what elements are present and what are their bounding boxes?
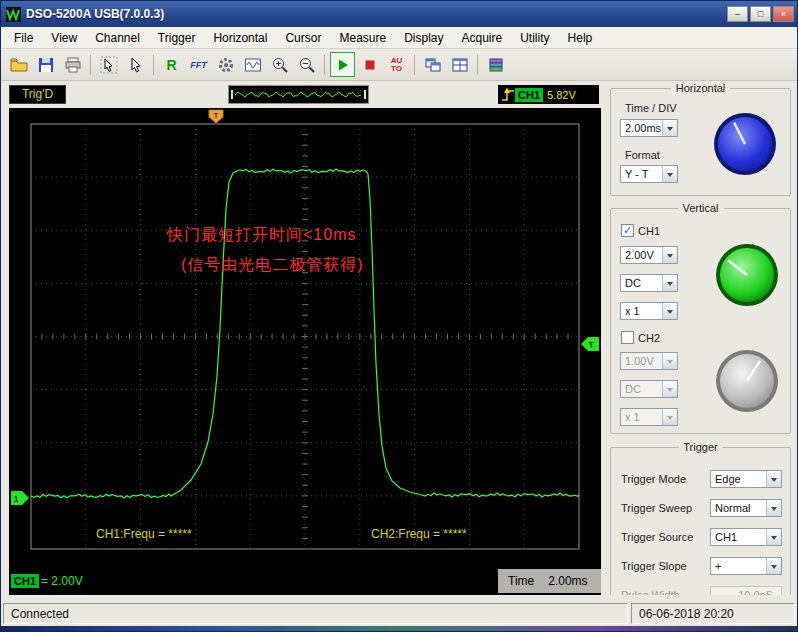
title-bar: DSO-5200A USB(7.0.0.3) – □ × [1, 1, 797, 27]
chevron-down-icon[interactable] [662, 353, 677, 369]
ch1-frequency-readout: CH1:Frequ = ***** [96, 527, 192, 541]
ch1-coupling-select[interactable]: DC [620, 274, 678, 292]
scope-readout-row: CH1 = 2.00V Time 2.00ms [9, 569, 601, 593]
connection-status: Connected [3, 603, 628, 624]
app-icon [6, 7, 21, 22]
chevron-down-icon[interactable] [662, 166, 677, 182]
letter-r-icon: R [166, 57, 176, 73]
trigger-level-readout: CH1 5.82V [498, 85, 599, 104]
trigger-group-title: Trigger [678, 441, 722, 453]
chevron-down-icon[interactable] [766, 558, 781, 574]
menu-view[interactable]: View [42, 28, 86, 48]
chevron-down-icon[interactable] [662, 247, 677, 263]
maximize-button[interactable]: □ [750, 6, 771, 22]
open-button[interactable] [6, 52, 31, 77]
trigger-level-value: 5.82V [547, 89, 576, 101]
menu-display[interactable]: Display [395, 28, 452, 48]
menu-acquire[interactable]: Acquire [453, 28, 512, 48]
time-div-select[interactable]: 2.00ms [620, 119, 678, 137]
print-button[interactable] [60, 52, 85, 77]
chevron-down-icon[interactable] [662, 120, 677, 136]
chevron-down-icon[interactable] [662, 275, 677, 291]
menu-trigger[interactable]: Trigger [149, 28, 205, 48]
menu-help[interactable]: Help [559, 28, 602, 48]
ch2-checkbox[interactable] [621, 331, 634, 344]
cursor-dashed-icon [100, 56, 118, 74]
ch1-position-knob[interactable] [714, 242, 780, 312]
ch2-probe-select[interactable]: x 1 [620, 408, 678, 426]
chevron-down-icon[interactable] [662, 409, 677, 425]
save-floppy-icon [37, 56, 55, 74]
menu-horizontal[interactable]: Horizontal [204, 28, 276, 48]
svg-text:T: T [588, 340, 594, 350]
chevron-down-icon[interactable] [766, 471, 781, 487]
scope-column: Trig'D CH1 5.82V [1, 81, 605, 595]
fft-button[interactable]: FFT [186, 52, 211, 77]
help-book-button[interactable] [483, 52, 508, 77]
zoom-in-button[interactable] [267, 52, 292, 77]
menu-bar: File View Channel Trigger Horizontal Cur… [1, 27, 797, 49]
run-button[interactable] [330, 52, 355, 77]
vertical-group: Vertical ✓ CH1 2.00V DC x 1 [610, 208, 791, 434]
trigger-mode-select[interactable]: Edge [710, 470, 782, 488]
chevron-down-icon[interactable] [662, 303, 677, 319]
trigger-source-select[interactable]: CH1 [710, 528, 782, 546]
refresh-r-button[interactable]: R [159, 52, 184, 77]
menu-measure[interactable]: Measure [330, 28, 395, 48]
acquisition-preview[interactable] [228, 85, 369, 104]
format-select[interactable]: Y - T [620, 165, 678, 183]
stop-button[interactable] [357, 52, 382, 77]
ch1-checkbox[interactable]: ✓ [621, 224, 634, 237]
scope-display[interactable]: T 1 T 快门最短打开时间<10ms (信号由光电二极管获得) CH1:Fre… [9, 108, 601, 595]
trigger-position-marker[interactable]: T [209, 110, 223, 123]
scope-status-strip: Trig'D CH1 5.82V [1, 81, 605, 108]
svg-text:1: 1 [13, 494, 18, 504]
chevron-down-icon[interactable] [766, 500, 781, 516]
menu-cursor[interactable]: Cursor [276, 28, 330, 48]
ch1-level-marker[interactable]: 1 [11, 491, 29, 505]
autoset-button[interactable]: AUTO [384, 52, 409, 77]
trigger-sweep-row: Trigger Sweep Normal [621, 499, 782, 517]
pointer-button[interactable] [123, 52, 148, 77]
trigger-source-row: Trigger Source CH1 [621, 528, 782, 546]
ch2-coupling-select[interactable]: DC [620, 380, 678, 398]
cursor-select-button[interactable] [96, 52, 121, 77]
toolbar-separator [414, 55, 415, 75]
trigger-group: Trigger Trigger Mode Edge Trigger Sweep … [610, 447, 791, 595]
ch1-label: CH1 [638, 225, 660, 237]
trigger-level-marker[interactable]: T [581, 337, 599, 351]
zoom-out-button[interactable] [294, 52, 319, 77]
tile-windows-button[interactable] [447, 52, 472, 77]
ch1-volts-select[interactable]: 2.00V [620, 246, 678, 264]
menu-utility[interactable]: Utility [511, 28, 558, 48]
settings-button[interactable] [213, 52, 238, 77]
tile-windows-icon [451, 56, 469, 74]
ch1-probe-select[interactable]: x 1 [620, 302, 678, 320]
trigger-edge-icon [501, 87, 515, 103]
ch2-volts-select[interactable]: 1.00V [620, 352, 678, 370]
trigger-mode-label: Trigger Mode [621, 473, 710, 485]
trigger-sweep-select[interactable]: Normal [710, 499, 782, 517]
ch2-position-knob[interactable] [714, 348, 780, 418]
minimize-button[interactable]: – [727, 6, 748, 22]
datetime-status: 06-06-2018 20:20 [631, 603, 795, 624]
menu-file[interactable]: File [5, 28, 42, 48]
waveform-display-button[interactable] [240, 52, 265, 77]
trigger-mode-row: Trigger Mode Edge [621, 470, 782, 488]
trigger-slope-select[interactable]: + [710, 557, 782, 575]
ch2-enable-row: CH2 [621, 331, 660, 344]
chevron-down-icon[interactable] [766, 529, 781, 545]
save-button[interactable] [33, 52, 58, 77]
chevron-down-icon[interactable] [662, 381, 677, 397]
horizontal-position-knob[interactable] [712, 111, 778, 181]
svg-text:T: T [214, 111, 219, 120]
zoom-out-icon [298, 56, 316, 74]
cascade-windows-button[interactable] [420, 52, 445, 77]
printer-icon [64, 56, 82, 74]
ch1-enable-row: ✓ CH1 [621, 224, 660, 237]
time-div-label: Time / DIV [625, 102, 677, 114]
menu-channel[interactable]: Channel [86, 28, 149, 48]
toolbar-separator [153, 55, 154, 75]
close-button[interactable]: × [773, 6, 794, 22]
toolbar: R FFT AUTO [1, 49, 797, 81]
